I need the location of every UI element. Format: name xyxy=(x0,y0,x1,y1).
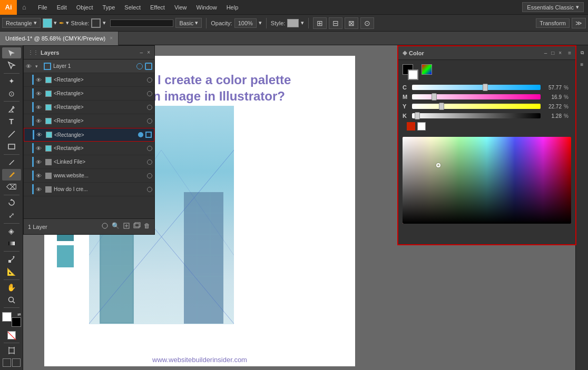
gradient-tool[interactable] xyxy=(2,238,21,249)
color-panel-close[interactable]: × xyxy=(558,50,562,56)
document-tab[interactable]: Untitled-1* @ 85.68% (CMYK/Preview) × xyxy=(0,32,119,45)
fill-style-dropdown[interactable]: Basic ▾ xyxy=(175,18,202,28)
type-tool[interactable]: T xyxy=(2,116,21,127)
scale-tool[interactable]: ⤢ xyxy=(2,209,21,221)
target-icon[interactable] xyxy=(147,118,152,124)
target-icon[interactable] xyxy=(147,173,152,178)
zoom-tool[interactable] xyxy=(2,294,21,305)
background-color-swatch[interactable] xyxy=(12,317,21,327)
opacity-input[interactable]: 100% xyxy=(234,18,257,28)
menu-window[interactable]: Window xyxy=(192,2,221,13)
color-panel-menu[interactable]: ≡ xyxy=(568,50,571,56)
eyedropper-tool[interactable] xyxy=(2,254,21,265)
pen-tool[interactable] xyxy=(2,104,21,115)
c-slider-thumb[interactable] xyxy=(483,84,488,91)
layer-expand-icon[interactable]: ▾ xyxy=(35,64,42,69)
make-clipping-mask-btn[interactable] xyxy=(101,222,109,231)
stroke-icon-area[interactable]: ✒ ▾ xyxy=(59,19,69,27)
arrange-btn[interactable]: ⊠ xyxy=(345,17,358,29)
properties-btn[interactable]: ⧉ xyxy=(577,47,587,58)
shape-dropdown[interactable]: Rectangle ▾ xyxy=(2,18,41,28)
behind-mode-btn[interactable] xyxy=(12,358,21,367)
layer-eye-icon[interactable]: 👁 xyxy=(36,104,43,111)
shape-builder-tool[interactable]: ◈ xyxy=(2,225,21,236)
transform-btn[interactable]: Transform xyxy=(536,18,570,28)
layers-btn[interactable]: ≡ xyxy=(577,59,587,69)
layer-text-title[interactable]: 👁 How do I cre... xyxy=(24,183,154,196)
target-icon[interactable] xyxy=(147,105,152,110)
menu-type[interactable]: Type xyxy=(99,2,120,13)
fill-stroke-stack[interactable] xyxy=(403,64,418,80)
gamut-out-of-gamut[interactable] xyxy=(407,122,415,131)
menu-object[interactable]: Object xyxy=(72,2,97,13)
layer-eye-icon[interactable]: 👁 xyxy=(36,159,43,165)
layer-eye-icon[interactable]: 👁 xyxy=(36,118,43,124)
more-options-btn[interactable]: ≫ xyxy=(572,18,586,28)
workspace-selector[interactable]: Essentials Classic ▾ xyxy=(522,2,584,12)
artboard-tool[interactable] xyxy=(2,345,21,356)
create-new-sublayer-btn[interactable] xyxy=(123,222,130,231)
foreground-color-swatch[interactable] xyxy=(2,312,12,322)
selection-tool[interactable] xyxy=(2,47,21,58)
align-btn2[interactable]: ⊟ xyxy=(329,17,342,29)
layer-rect-5-selected[interactable]: 👁 <Rectangle> xyxy=(24,128,154,142)
locate-object-btn[interactable]: 🔍 xyxy=(112,222,120,231)
target-icon[interactable] xyxy=(147,91,152,96)
color-spectrum[interactable] xyxy=(403,137,571,224)
normal-mode-btn[interactable] xyxy=(3,358,11,367)
hand-tool[interactable]: ✋ xyxy=(2,282,21,293)
layer-eye-icon[interactable]: 👁 xyxy=(36,77,43,83)
menu-select[interactable]: Select xyxy=(120,2,145,13)
color-panel-minimize[interactable]: – xyxy=(544,50,547,56)
layer-text-website[interactable]: 👁 www.website... xyxy=(24,169,154,183)
m-slider-thumb[interactable] xyxy=(432,93,437,101)
menu-file[interactable]: File xyxy=(34,2,52,13)
stroke-swatch[interactable] xyxy=(91,18,101,28)
layer-rect-1[interactable]: 👁 <Rectangle> xyxy=(24,73,154,87)
magic-wand-tool[interactable]: ✦ xyxy=(2,76,21,87)
create-new-layer-btn[interactable] xyxy=(133,222,141,231)
layer-rect-4[interactable]: 👁 <Rectangle> xyxy=(24,114,154,128)
rectangle-tool[interactable] xyxy=(2,141,21,152)
k-slider-track[interactable] xyxy=(412,113,541,118)
layer-group-item[interactable]: 👁 ▾ Layer 1 xyxy=(24,59,154,73)
fill-swatch[interactable] xyxy=(43,18,52,28)
more-btn[interactable]: ⊙ xyxy=(360,17,374,29)
eraser-tool[interactable]: ⌫ xyxy=(2,182,21,193)
target-icon[interactable] xyxy=(147,187,152,192)
swap-colors-icon[interactable]: ⇄ xyxy=(17,312,21,317)
paintbrush-tool[interactable] xyxy=(2,157,21,168)
layers-minimize-btn[interactable]: – xyxy=(140,49,143,55)
c-slider-track[interactable] xyxy=(412,85,541,90)
layer-eye-icon[interactable]: 👁 xyxy=(36,173,43,179)
measure-tool[interactable]: 📐 xyxy=(2,266,21,277)
layers-close-btn[interactable]: × xyxy=(147,49,150,55)
fill-color[interactable]: ▾ xyxy=(43,18,57,28)
blob-brush-tool[interactable] xyxy=(2,169,21,180)
align-btn[interactable]: ⊞ xyxy=(313,17,327,29)
direct-selection-tool[interactable] xyxy=(2,59,21,71)
rotate-tool[interactable] xyxy=(2,197,21,208)
layer-rect-2[interactable]: 👁 <Rectangle> xyxy=(24,87,154,101)
layer-eye-icon[interactable]: 👁 xyxy=(26,63,33,69)
layer-eye-icon[interactable]: 👁 xyxy=(36,132,44,138)
target-icon-selected[interactable] xyxy=(138,132,143,137)
y-slider-thumb[interactable] xyxy=(439,103,444,110)
shape-selector[interactable]: Rectangle ▾ xyxy=(2,18,41,28)
layer-eye-icon[interactable]: 👁 xyxy=(36,145,43,152)
target-icon[interactable] xyxy=(147,77,152,83)
target-icon[interactable] xyxy=(147,146,152,151)
layer-target-circle[interactable] xyxy=(136,63,143,69)
menu-edit[interactable]: Edit xyxy=(53,2,71,13)
m-slider-track[interactable] xyxy=(412,94,541,99)
layers-scroll-area[interactable]: 👁 ▾ Layer 1 👁 <Rectangle> xyxy=(24,59,154,215)
menu-view[interactable]: View xyxy=(170,2,191,13)
color-swatches-area[interactable]: ⇄ xyxy=(2,312,21,327)
line-tool[interactable] xyxy=(2,128,21,139)
color-panel-expand[interactable]: □ xyxy=(551,50,554,56)
layer-eye-icon[interactable]: 👁 xyxy=(36,91,43,97)
layer-linked-file[interactable]: 👁 <Linked File> xyxy=(24,155,154,169)
menu-help[interactable]: Help xyxy=(222,2,243,13)
tab-close-btn[interactable]: × xyxy=(110,35,113,41)
lasso-tool[interactable]: ⊙ xyxy=(2,88,21,99)
